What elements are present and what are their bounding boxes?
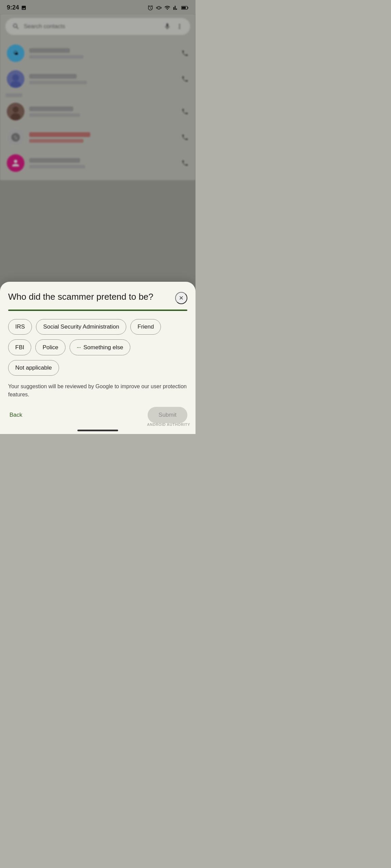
back-button[interactable]: Back	[8, 408, 24, 422]
option-something-else[interactable]: ··· Something else	[70, 339, 130, 355]
option-ssa[interactable]: Social Security Administration	[36, 319, 126, 335]
sheet-footer: Back Submit	[8, 407, 187, 423]
option-label: Friend	[137, 323, 154, 330]
option-police[interactable]: Police	[35, 339, 65, 355]
options-row-2: FBI Police ··· Something else	[8, 339, 187, 355]
submit-button[interactable]: Submit	[148, 407, 187, 423]
close-button[interactable]: ×	[175, 292, 187, 304]
option-label: Police	[42, 344, 58, 351]
option-label: FBI	[15, 344, 24, 351]
progress-bar	[8, 310, 187, 311]
ellipsis-icon: ···	[77, 344, 81, 351]
option-label: Social Security Administration	[43, 323, 119, 330]
option-irs[interactable]: IRS	[8, 319, 32, 335]
sheet-header: Who did the scammer pretend to be? ×	[8, 291, 187, 304]
options-row-1: IRS Social Security Administration Frien…	[8, 319, 187, 335]
option-not-applicable[interactable]: Not applicable	[8, 360, 59, 376]
option-label: IRS	[15, 323, 25, 330]
options-row-3: Not applicable	[8, 360, 187, 376]
option-fbi[interactable]: FBI	[8, 339, 31, 355]
watermark: ANDROID AUTHORITY	[147, 422, 190, 427]
disclaimer: Your suggestion will be reviewed by Goog…	[8, 382, 187, 399]
home-indicator	[77, 430, 118, 431]
option-friend[interactable]: Friend	[130, 319, 161, 335]
sheet-title: Who did the scammer pretend to be?	[8, 291, 175, 303]
option-label: Not applicable	[15, 364, 52, 371]
bottom-sheet-overlay: Who did the scammer pretend to be? × IRS…	[0, 0, 196, 434]
option-label: Something else	[83, 344, 123, 351]
bottom-sheet: Who did the scammer pretend to be? × IRS…	[0, 282, 196, 434]
